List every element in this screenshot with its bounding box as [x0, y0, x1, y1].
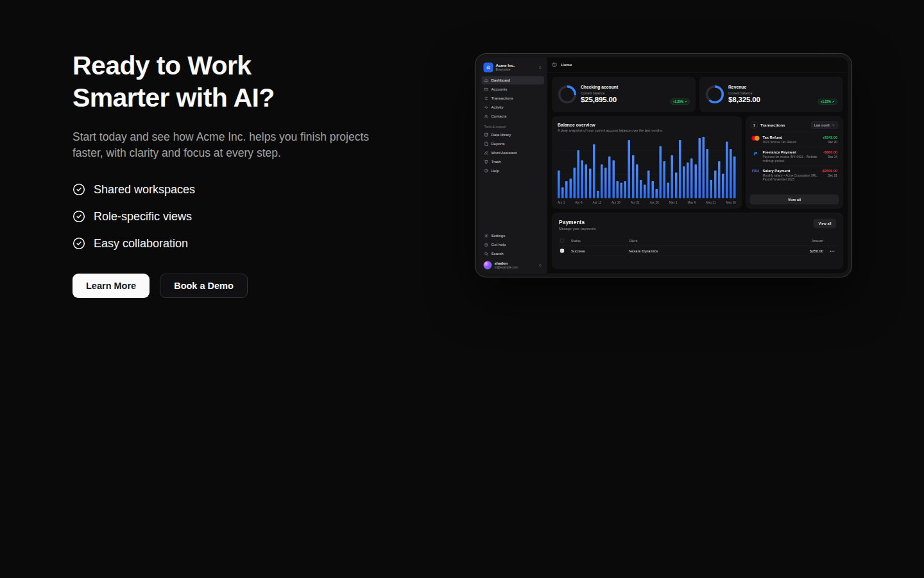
transactions-icon: $ — [751, 121, 758, 128]
chart-bar — [632, 155, 635, 198]
x-tick-label: Apr 16 — [612, 201, 620, 205]
sidebar-item-help[interactable]: Help — [482, 166, 545, 175]
row-actions-menu[interactable]: ••• — [823, 249, 835, 253]
users-icon — [484, 114, 489, 119]
x-tick-label: May 11 — [706, 201, 715, 205]
user-name: shadon — [495, 261, 536, 266]
chart-bar — [726, 142, 728, 198]
sidebar-item-get-help[interactable]: Get help — [482, 241, 545, 249]
chart-bar — [601, 164, 603, 198]
sidebar-item-data-library[interactable]: Data library — [482, 130, 545, 139]
sidebar-section-label: Tools & support — [482, 121, 545, 131]
chart-bar — [702, 137, 705, 198]
sidebar-spacer — [482, 175, 545, 232]
sidebar-item-accounts[interactable]: Accounts — [482, 85, 545, 94]
transactions-view-all-button[interactable]: View all — [750, 195, 839, 204]
app-window: Acme Inc. Enterprise Dashboard Accounts … — [479, 57, 848, 274]
sidebar-item-activity[interactable]: Activity — [482, 103, 545, 112]
select-all-checkbox[interactable] — [560, 239, 564, 243]
transaction-title: Freelance Payment — [763, 150, 796, 154]
org-switcher[interactable]: Acme Inc. Enterprise — [482, 61, 545, 76]
column-header-amount: Amount — [788, 239, 823, 243]
transactions-title: Transactions — [760, 123, 809, 127]
learn-more-button[interactable]: Learn More — [73, 274, 150, 298]
transaction-title: Tax Refund — [763, 136, 783, 139]
chart-bar — [651, 181, 654, 198]
x-tick-label: May 6 — [687, 201, 696, 205]
row-checkbox[interactable]: ✓ — [560, 249, 564, 253]
sidebar-item-label: Trash — [492, 159, 501, 164]
feature-label: Easy collaboration — [94, 237, 188, 250]
chart-bar — [718, 161, 721, 198]
sidebar-item-reports[interactable]: Reports — [482, 139, 545, 148]
chart-bar — [698, 138, 701, 198]
sidebar-item-contacts[interactable]: Contacts — [482, 112, 545, 121]
trend-up-icon: ↗ — [685, 100, 687, 104]
sidebar-item-label: Get help — [492, 243, 506, 247]
payment-amount: $250.00 — [788, 249, 823, 253]
home-icon — [484, 78, 489, 83]
hero-section: Ready to WorkSmarter with AI? Start toda… — [73, 50, 419, 298]
hero-subtitle: Start today and see how Acme Inc. helps … — [73, 129, 397, 161]
revenue-donut-chart — [706, 85, 724, 103]
feature-list: Shared workspaces Role-specific views Ea… — [73, 183, 419, 250]
sidebar-item-search[interactable]: Search — [482, 250, 545, 258]
org-plan: Enterprise — [496, 68, 536, 72]
sidebar-item-settings[interactable]: Settings — [482, 232, 545, 240]
revenue-card: Revenue Current balance $8,325.00 +1.25%… — [700, 77, 843, 112]
chart-bar — [687, 162, 689, 198]
cta-row: Learn More Book a Demo — [73, 274, 419, 298]
book-demo-button[interactable]: Book a Demo — [160, 274, 248, 298]
payment-client: Nexara Dynamics — [629, 249, 788, 253]
checking-account-card: Checking account Current balance $25,895… — [552, 77, 696, 112]
transaction-row[interactable]: VISA Salary Payment-$2500.00 Monthly sal… — [750, 166, 839, 184]
transactions-filter-dropdown[interactable]: Last month — [811, 121, 838, 129]
card-title: Checking account — [581, 85, 618, 90]
chevron-down-icon — [832, 123, 835, 127]
x-tick-label: Apr 1 — [558, 201, 565, 205]
sidebar: Acme Inc. Enterprise Dashboard Accounts … — [479, 58, 547, 274]
chart-bar — [561, 187, 564, 198]
balance-chart-xaxis: Apr 1Apr 6Apr 11Apr 16Apr 21Apr 26May 1M… — [558, 201, 736, 205]
transaction-amount: -$800.00 — [823, 150, 837, 154]
avatar — [484, 261, 492, 270]
sidebar-toggle-icon[interactable] — [552, 62, 558, 67]
transaction-desc: Monthly salary – Acme Corporation SRL. P… — [763, 174, 825, 182]
document-icon — [484, 141, 489, 146]
sidebar-item-label: Dashboard — [492, 78, 510, 83]
sidebar-item-label: Search — [492, 252, 504, 256]
payments-table: Status Client Amount ✓ Success Nexara Dy… — [559, 236, 836, 256]
transaction-date: Dec 01 — [828, 174, 837, 182]
chart-bar — [706, 149, 709, 198]
gear-icon — [484, 234, 489, 238]
summary-cards-row: Checking account Current balance $25,895… — [552, 77, 843, 112]
balance-chart-plot — [558, 137, 736, 198]
chart-bar — [620, 183, 623, 198]
chart-bar — [679, 140, 681, 198]
balance-overview-card: Balance overview A clear snapshot of you… — [552, 117, 742, 209]
user-email: m@example.com — [495, 266, 536, 270]
org-logo — [484, 63, 493, 73]
transaction-row[interactable]: P Freelance Payment-$800.00 Payment for … — [750, 147, 839, 166]
sidebar-item-label: Transactions — [492, 96, 513, 101]
sidebar-item-word-assistant[interactable]: Word Assistant — [482, 148, 545, 157]
payments-card: Payments Manage your payments. View all … — [552, 213, 843, 269]
feature-item-easy-collaboration: Easy collaboration — [73, 237, 419, 250]
chart-bar — [585, 164, 588, 198]
sidebar-item-dashboard[interactable]: Dashboard — [482, 76, 545, 85]
sidebar-item-trash[interactable]: Trash — [482, 157, 545, 166]
chart-bar — [612, 160, 615, 198]
sidebar-item-label: Activity — [492, 105, 504, 110]
user-menu[interactable]: shadon m@example.com — [482, 259, 545, 270]
transaction-title: Salary Payment — [763, 169, 791, 173]
transaction-row[interactable]: Tax Refund+$542.00 2024 Income Tax Refun… — [750, 132, 839, 147]
search-icon — [484, 252, 489, 256]
check-circle-icon — [73, 237, 85, 250]
chart-bar — [675, 172, 678, 198]
transaction-date: Dec 20 — [828, 140, 837, 144]
chart-bar — [581, 160, 584, 198]
chart-bar — [644, 184, 646, 198]
payments-view-all-button[interactable]: View all — [814, 219, 836, 228]
arrows-left-right-icon — [484, 96, 489, 101]
sidebar-item-transactions[interactable]: Transactions — [482, 94, 545, 103]
